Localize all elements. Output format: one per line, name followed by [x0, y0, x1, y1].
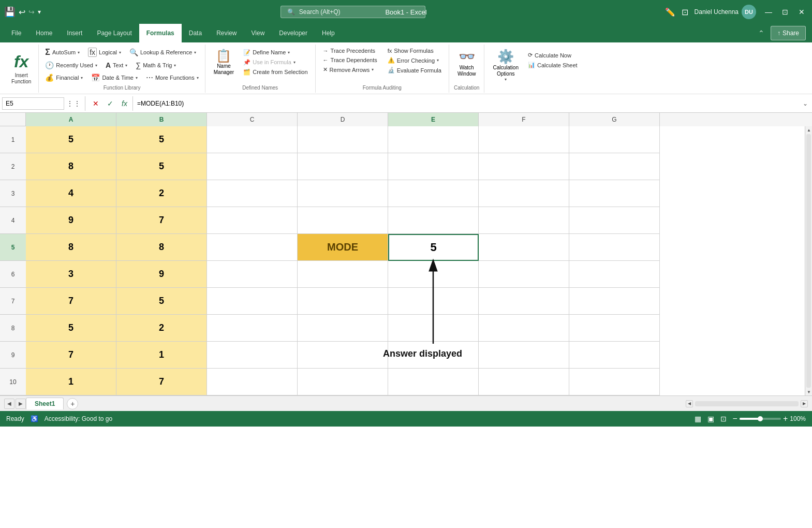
cell-f10[interactable] [479, 369, 569, 395]
cell-g2[interactable] [569, 153, 660, 180]
cell-g7[interactable] [569, 288, 660, 315]
cell-e2[interactable] [388, 153, 479, 180]
expand-formula-icon[interactable]: ⌄ [801, 100, 810, 107]
cell-g1[interactable] [569, 126, 660, 153]
confirm-formula-button[interactable]: ✓ [104, 97, 116, 110]
tab-formulas[interactable]: Formulas [139, 24, 182, 42]
cell-f4[interactable] [479, 207, 569, 234]
tab-developer[interactable]: Developer [272, 24, 315, 42]
logical-button[interactable]: fx Logical ▾ [85, 47, 124, 58]
date-time-button[interactable]: 📅 Date & Time ▾ [88, 72, 141, 83]
remove-arrows-button[interactable]: ✕ Remove Arrows ▾ [320, 65, 380, 74]
cell-c9[interactable] [207, 342, 298, 369]
restore-icon[interactable]: ⊡ [682, 7, 688, 17]
cell-g8[interactable] [569, 315, 660, 342]
zoom-plus-button[interactable]: + [783, 414, 788, 423]
cell-d6[interactable] [298, 261, 388, 288]
page-layout-view-button[interactable]: ▣ [707, 415, 714, 423]
cell-b9[interactable]: 1 [116, 342, 207, 369]
collapse-ribbon-icon[interactable]: ⌃ [754, 24, 769, 42]
normal-view-button[interactable]: ▦ [695, 415, 701, 423]
cell-f6[interactable] [479, 261, 569, 288]
cell-a4[interactable]: 9 [26, 207, 116, 234]
close-button[interactable]: ✕ [795, 6, 808, 18]
save-icon[interactable]: 💾 [4, 6, 16, 18]
cell-g9[interactable] [569, 342, 660, 369]
autosum-button[interactable]: Σ AutoSum ▾ [42, 47, 83, 58]
cell-b3[interactable]: 2 [116, 180, 207, 207]
cell-b10[interactable]: 7 [116, 369, 207, 395]
cell-b2[interactable]: 5 [116, 153, 207, 180]
cell-f9[interactable] [479, 342, 569, 369]
cell-a9[interactable]: 7 [26, 342, 116, 369]
cell-g6[interactable] [569, 261, 660, 288]
cell-d2[interactable] [298, 153, 388, 180]
lookup-reference-button[interactable]: 🔍 Lookup & Reference ▾ [126, 47, 199, 58]
text-button[interactable]: A Text ▾ [102, 60, 130, 70]
redo-icon[interactable]: ↪ [28, 8, 35, 16]
cell-f3[interactable] [479, 180, 569, 207]
cell-c5[interactable] [207, 234, 298, 261]
cell-e7[interactable] [388, 288, 479, 315]
cell-reference-box[interactable]: E5 [2, 97, 64, 110]
scroll-right-button[interactable]: ▶ [801, 400, 808, 407]
insert-function-button[interactable]: fx InsertFunction [7, 47, 35, 91]
sheet-tab-sheet1[interactable]: Sheet1 [26, 398, 64, 409]
show-formulas-button[interactable]: fx Show Formulas [385, 47, 445, 55]
cell-c3[interactable] [207, 180, 298, 207]
evaluate-formula-button[interactable]: 🔬 Evaluate Formula [385, 66, 445, 75]
cancel-formula-button[interactable]: ✕ [90, 97, 102, 110]
cell-b1[interactable]: 5 [116, 126, 207, 153]
cell-a5[interactable]: 8 [26, 234, 116, 261]
tab-data[interactable]: Data [182, 24, 209, 42]
cell-b7[interactable]: 5 [116, 288, 207, 315]
cell-c1[interactable] [207, 126, 298, 153]
create-from-selection-button[interactable]: 🗂️ Create from Selection [240, 68, 311, 77]
cell-c6[interactable] [207, 261, 298, 288]
watch-window-button[interactable]: 👓 WatchWindow [453, 47, 480, 79]
cell-d9[interactable] [298, 342, 388, 369]
horizontal-scrollbar[interactable] [695, 401, 799, 406]
undo-icon[interactable]: ↩ [19, 7, 25, 17]
maximize-button[interactable]: ⊡ [779, 6, 791, 18]
cell-g10[interactable] [569, 369, 660, 395]
scroll-thumb-vertical[interactable] [806, 134, 811, 388]
cell-e3[interactable] [388, 180, 479, 207]
trace-dependents-button[interactable]: ← Trace Dependents [320, 56, 380, 64]
tab-home[interactable]: Home [28, 24, 60, 42]
cell-c4[interactable] [207, 207, 298, 234]
cell-b6[interactable]: 9 [116, 261, 207, 288]
cell-b5[interactable]: 8 [116, 234, 207, 261]
formula-input[interactable] [135, 100, 801, 107]
cell-c2[interactable] [207, 153, 298, 180]
math-trig-button[interactable]: ∑ Math & Trig ▾ [132, 60, 179, 70]
cell-e1[interactable] [388, 126, 479, 153]
tab-page-layout[interactable]: Page Layout [90, 24, 139, 42]
cell-f8[interactable] [479, 315, 569, 342]
customize-toolbar-icon[interactable]: ✏️ [665, 7, 675, 17]
cell-f7[interactable] [479, 288, 569, 315]
more-functions-button[interactable]: ⋯ More Functions ▾ [143, 72, 202, 83]
calculate-sheet-button[interactable]: 📊 Calculate Sheet [525, 61, 581, 69]
cell-e6[interactable] [388, 261, 479, 288]
recently-used-button[interactable]: 🕐 Recently Used ▾ [42, 60, 100, 70]
calculation-options-button[interactable]: ⚙️ CalculationOptions ▾ [489, 47, 522, 84]
scroll-left-button[interactable]: ◀ [686, 400, 693, 407]
cell-c7[interactable] [207, 288, 298, 315]
cell-d7[interactable] [298, 288, 388, 315]
cell-g3[interactable] [569, 180, 660, 207]
calculate-now-button[interactable]: ⟳ Calculate Now [525, 51, 581, 60]
zoom-slider[interactable] [740, 418, 781, 420]
cell-e9[interactable] [388, 342, 479, 369]
cell-d10[interactable] [298, 369, 388, 395]
vertical-scrollbar[interactable]: ▲ ▼ [805, 126, 812, 395]
tab-view[interactable]: View [244, 24, 272, 42]
cell-d5[interactable]: MODE [298, 234, 388, 261]
cell-a6[interactable]: 3 [26, 261, 116, 288]
cell-d8[interactable] [298, 315, 388, 342]
minimize-button[interactable]: — [762, 6, 775, 18]
cell-e5[interactable]: 5 [388, 234, 479, 261]
sheet-scroll-left-button[interactable]: ◀ [4, 399, 14, 409]
cell-a1[interactable]: 5 [26, 126, 116, 153]
trace-precedents-button[interactable]: → Trace Precedents [320, 47, 380, 55]
